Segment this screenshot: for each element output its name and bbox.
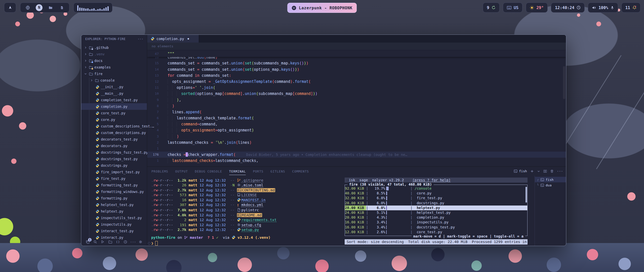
editor-scrollbar[interactable] [563, 66, 565, 99]
ls-name[interactable]: LICENSE [237, 193, 257, 197]
terminal-list-item-fish[interactable]: ┌fish [535, 177, 566, 182]
launcher-button[interactable] [4, 3, 16, 13]
new-terminal-button[interactable] [530, 169, 534, 173]
dua-row[interactable]: 40.00 KiB | 8.5%| core.py [345, 191, 527, 196]
tree-item-docstrings_fuzz_test.py[interactable]: docstrings_fuzz_test.py [81, 149, 147, 156]
tree-item-docs[interactable]: docs [81, 57, 147, 64]
dua-row[interactable]: 28.00 KiB | 6.0%| helptext.py [345, 206, 527, 210]
media-player-pill[interactable]: Lazerpunk - ROBOPHONK [287, 3, 357, 13]
tree-item-custom_descriptions.py[interactable]: custom_descriptions.py [81, 129, 147, 136]
breadcrumb[interactable]: no elements [147, 43, 566, 50]
panel-tab-debug-console[interactable]: DEBUG CONSOLE [195, 167, 222, 175]
shell-indicator[interactable]: fish [514, 169, 527, 173]
dua-row[interactable]: 16.00 KiB | 3.4%| inspectutils.py [345, 220, 527, 225]
code-line[interactable]: 1 [147, 146, 566, 152]
tab-completion-py[interactable]: completion.py ● [147, 35, 199, 43]
audio-widget[interactable]: 100% [588, 3, 618, 13]
code-line[interactable]: 1 lastcommand_checks=lastcommand_checks, [147, 158, 566, 164]
tree-item-examples[interactable]: examples [81, 64, 147, 71]
tree-item-decorators.py[interactable]: decorators.py [81, 143, 147, 149]
dua-row[interactable]: 32.00 KiB | 6.8%| fire_test.py [345, 196, 527, 200]
tree-item-.github[interactable]: .github [81, 44, 147, 51]
terminal-output[interactable]: .rw-r--r-- 1.2k matt 12 Aug 12:32 -- .gi… [151, 178, 276, 232]
settings-icon[interactable] [138, 240, 143, 244]
ls-name[interactable]: setup.py [237, 228, 259, 232]
keyboard-layout[interactable]: US [503, 3, 522, 13]
tree-item-inspectutils_test.py[interactable]: inspectutils_test.py [81, 215, 147, 221]
tree-item-core.py[interactable]: core.py [81, 116, 147, 123]
ls-name[interactable]: .gitignore [237, 178, 263, 182]
code-line[interactable]: 3 ) [147, 133, 566, 140]
scm-icon[interactable] [108, 240, 112, 244]
tree-item-fire_test.py[interactable]: fire_test.py [81, 175, 147, 182]
code-line[interactable]: 2 lastcommand_checks = '\n'.join(lines) [147, 140, 566, 146]
terminal-list-item-dua[interactable]: └dua [535, 182, 566, 188]
tree-item-__main__.py[interactable]: __main__.py [81, 90, 147, 97]
more-icon[interactable]: ··· [131, 240, 135, 244]
run-icon[interactable] [100, 240, 105, 244]
tree-item-fire_import_test.py[interactable]: fire_import_test.py [81, 169, 147, 175]
ls-name[interactable]: pylintrc [237, 208, 259, 212]
workspace-item-4[interactable] [58, 4, 65, 11]
split-terminal-button[interactable] [543, 169, 547, 173]
code-line[interactable]: 13 for command in commands_set: [147, 73, 566, 79]
tree-item-__init__.py[interactable]: __init__.py [81, 84, 147, 90]
code-editor[interactable]: 47 """16 commands_set.add(name)15 comman… [147, 50, 566, 166]
files-icon[interactable]: 1 [85, 240, 90, 244]
code-line[interactable]: 15 commands_set = commands_set.union(set… [147, 60, 566, 66]
workspace-item-3[interactable] [47, 4, 54, 11]
tree-item-.venv[interactable]: .venv [81, 51, 147, 57]
terminal-dropdown-button[interactable] [537, 170, 540, 173]
code-line[interactable]: 7 lines.append( [147, 109, 566, 115]
tree-item-console[interactable]: console [81, 77, 147, 84]
panel-more-icon[interactable]: ··· [557, 169, 563, 173]
notifications-widget[interactable]: 11 [621, 3, 640, 13]
dua-row[interactable]: 24.00 KiB | 5.1%| helptext_test.py [345, 210, 527, 215]
code-line[interactable]: 8 ) [147, 103, 566, 109]
ls-name[interactable]: setup.cfg [237, 223, 261, 227]
tree-item-decorators_test.py[interactable]: decorators_test.py [81, 136, 147, 143]
code-line[interactable]: 5 command=command, [147, 121, 566, 127]
code-line[interactable]: 4 opts_assignment=opts_assignment) [147, 127, 566, 133]
tree-item-core_test.py[interactable]: core_test.py [81, 110, 147, 116]
workspace-item-1[interactable] [24, 4, 31, 11]
tree-item-completion.py[interactable]: completion.py [81, 103, 147, 110]
history-icon[interactable] [123, 240, 128, 244]
code-line[interactable]: 14 commands_set = commands_set.union(set… [147, 66, 566, 73]
tree-item-inspectutils.py[interactable]: inspectutils.py [81, 221, 147, 228]
tree-item-completion_test.py[interactable]: completion_test.py [81, 97, 147, 103]
tree-item-docstrings.py[interactable]: docstrings.py [81, 162, 147, 169]
ls-name[interactable]: !mkdocs.yml [237, 203, 263, 207]
clock-widget[interactable]: 12:40:24 [551, 3, 585, 13]
tree-item-formatting.py[interactable]: formatting.py [81, 195, 147, 201]
tree-item-formatting_test.py[interactable]: formatting_test.py [81, 182, 147, 188]
tree-item-helptext.py[interactable]: helptext.py [81, 208, 147, 215]
dua-row[interactable]: 12.00 KiB | 2.6%| core_test.py [345, 230, 527, 234]
tree-item-docstrings_test.py[interactable]: docstrings_test.py [81, 156, 147, 162]
panel-tab-output[interactable]: OUTPUT [175, 167, 188, 175]
workspace-switcher[interactable]: N [20, 3, 69, 13]
dua-row[interactable]: 20.00 KiB | 4.3%| completion.py [345, 215, 527, 220]
code-line[interactable]: 6 lastcommand_check_template.format( [147, 115, 566, 121]
tree-item-helptext_test.py[interactable]: helptext_test.py [81, 201, 147, 208]
search-icon[interactable] [93, 240, 97, 244]
panel-tab-problems[interactable]: PROBLEMS [151, 167, 168, 175]
tree-item-custom_descriptions_test.[interactable]: custom_descriptions_test.… [81, 123, 147, 129]
tree-item-formatting_windows.py[interactable]: formatting_windows.py [81, 188, 147, 195]
code-line[interactable]: 9 ), [147, 97, 566, 103]
code-line[interactable]: 10 sorted(options_map[command].union(sub… [147, 91, 566, 97]
panel-tab-gitlens[interactable]: GITLENS [270, 167, 285, 175]
tree-item-fire[interactable]: fire [81, 71, 147, 77]
kill-terminal-button[interactable] [550, 169, 554, 173]
terminal-input-line[interactable]: ❯ [151, 241, 158, 246]
dua-row[interactable]: 16.00 KiB | 3.4%| docstrings_test.py [345, 225, 527, 230]
ls-name[interactable]: CONTRIBUTING.md [237, 188, 275, 192]
code-line[interactable]: 47 """ [147, 51, 566, 57]
ls-name[interactable]: MANIFEST.in [237, 198, 266, 202]
code-line-current[interactable]: 176 checks =check_wrapper.format(David B… [147, 152, 566, 158]
command-decoration-icon[interactable] [148, 242, 150, 245]
panel-tab-terminal[interactable]: TERMINAL [229, 167, 246, 175]
updates-indicator[interactable]: 9 [483, 3, 500, 13]
tree-item-interact_test.py[interactable]: interact_test.py [81, 228, 147, 234]
workspace-n-badge[interactable]: N [36, 4, 43, 11]
